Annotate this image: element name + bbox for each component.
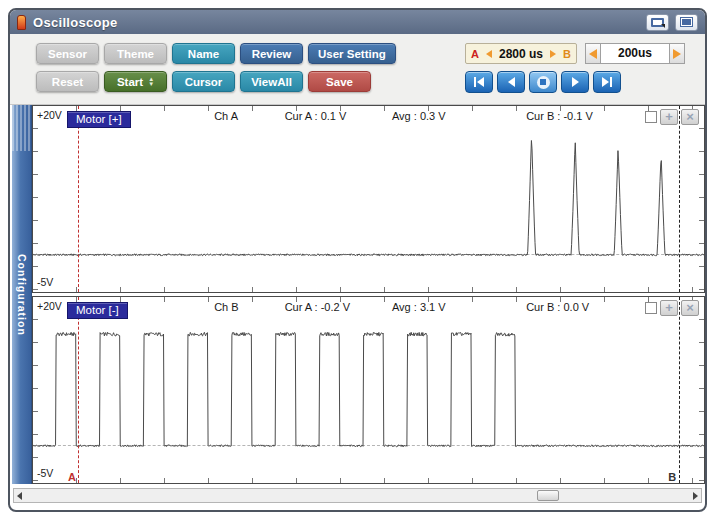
channel-name-badge[interactable]: Motor [-] [67, 302, 128, 319]
scope-panel-ch-b: +20V Motor [-] Ch B Cur A : -0.2 V Avg :… [32, 296, 705, 484]
b-arrow-icon [550, 50, 556, 58]
y-min-label: -5V [37, 467, 53, 479]
sensor-button[interactable]: Sensor [36, 43, 99, 64]
panel-checkbox[interactable] [645, 111, 657, 123]
scrollbar-thumb[interactable] [537, 490, 559, 501]
app-icon [17, 15, 26, 30]
cursor-a-readout: Cur A : -0.2 V [285, 301, 350, 313]
average-readout: Avg : 3.1 V [392, 301, 446, 313]
cursor-b-readout: Cur B : 0.0 V [526, 301, 589, 313]
timebase-control: 200us [585, 43, 685, 64]
chart-region: Configuration +20V Motor [+] Ch A Cur A … [12, 105, 705, 484]
channel-label: Ch A [214, 110, 238, 122]
cursor-b-line[interactable] [679, 297, 680, 483]
cursor-b-line[interactable] [679, 106, 680, 292]
timebase-decrease-button[interactable] [585, 43, 601, 64]
play-button[interactable] [561, 71, 589, 93]
waveform-chart-ch-a [33, 106, 704, 292]
oscilloscope-window: Oscilloscope Sensor Theme Name Review Us… [8, 8, 707, 512]
play-icon [572, 77, 579, 87]
panel-close-button[interactable]: × [681, 300, 699, 316]
stop-icon [537, 76, 550, 89]
monitor-icon [651, 18, 664, 27]
back-icon [508, 77, 515, 87]
viewall-button[interactable]: ViewAll [240, 71, 303, 92]
titlebar: Oscilloscope [10, 10, 705, 34]
skip-start-icon [477, 77, 484, 87]
skip-end-button[interactable] [593, 71, 621, 93]
layout-icon[interactable] [675, 14, 698, 31]
cursor-button[interactable]: Cursor [172, 71, 235, 92]
start-spinner-icon[interactable]: ▲▼ [148, 77, 154, 87]
channel-label: Ch B [214, 301, 238, 313]
y-max-label: +20V [37, 109, 62, 121]
window-title: Oscilloscope [33, 15, 118, 30]
user-setting-button[interactable]: User Setting [308, 43, 396, 64]
screenshot-icon[interactable] [646, 14, 669, 31]
theme-button[interactable]: Theme [104, 43, 167, 64]
reset-button[interactable]: Reset [36, 71, 99, 92]
skip-end-icon [602, 77, 609, 87]
a-arrow-icon [486, 50, 492, 58]
cursor-a-line[interactable] [78, 297, 79, 483]
waveform-chart-ch-b [33, 297, 704, 483]
save-button[interactable]: Save [308, 71, 371, 92]
review-button[interactable]: Review [240, 43, 303, 64]
panel-close-button[interactable]: × [681, 109, 699, 125]
scope-panel-ch-a: +20V Motor [+] Ch A Cur A : 0.1 V Avg : … [32, 105, 705, 293]
skip-start-button[interactable] [465, 71, 493, 93]
scroll-left-icon[interactable] [17, 492, 22, 500]
timebase-increase-button[interactable] [669, 43, 685, 64]
ab-range-value: 2800 us [499, 47, 543, 61]
start-button-label: Start [117, 76, 143, 88]
cursor-a-marker: A [68, 471, 76, 483]
timebase-value: 200us [601, 43, 669, 64]
panel-add-button[interactable]: + [660, 300, 678, 316]
cursor-a-readout: Cur A : 0.1 V [285, 110, 347, 122]
y-min-label: -5V [37, 276, 53, 288]
ab-range-display: A 2800 us B [465, 43, 577, 64]
scrollbar-track[interactable] [26, 489, 689, 502]
cursor-b-marker: B [668, 471, 676, 483]
average-readout: Avg : 0.3 V [392, 110, 446, 122]
toolbar: Sensor Theme Name Review User Setting Re… [10, 34, 705, 105]
configuration-sidebar[interactable]: Configuration [12, 105, 32, 484]
cursor-a-line[interactable] [78, 106, 79, 292]
name-button[interactable]: Name [172, 43, 235, 64]
playback-controls [465, 71, 621, 93]
channel-name-badge[interactable]: Motor [+] [67, 111, 131, 128]
configuration-label: Configuration [16, 254, 28, 336]
left-arrow-icon [589, 49, 597, 59]
stacked-bars-icon [680, 17, 693, 27]
start-button[interactable]: Start ▲▼ [104, 71, 167, 92]
panel-checkbox[interactable] [645, 302, 657, 314]
cursor-a-tag: A [471, 48, 479, 60]
cursor-b-tag: B [563, 48, 571, 60]
scroll-right-icon[interactable] [693, 492, 698, 500]
horizontal-scrollbar[interactable] [13, 488, 702, 503]
right-arrow-icon [673, 49, 681, 59]
stop-button[interactable] [529, 71, 557, 93]
y-max-label: +20V [37, 300, 62, 312]
step-back-button[interactable] [497, 71, 525, 93]
panel-add-button[interactable]: + [660, 109, 678, 125]
cursor-b-readout: Cur B : -0.1 V [526, 110, 593, 122]
